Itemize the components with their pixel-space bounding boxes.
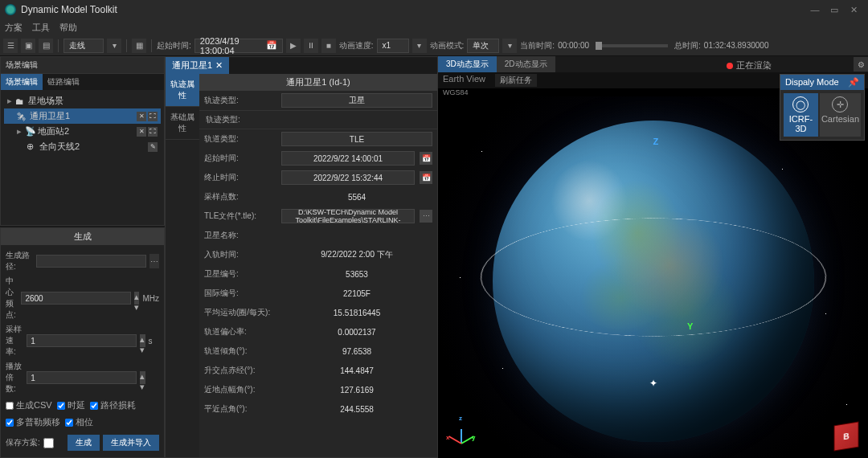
side-tab-orbit[interactable]: 轨迹属性 — [166, 74, 199, 107]
tab-2d-view[interactable]: 2D动态显示 — [497, 56, 555, 72]
anim-mode-menu-button[interactable]: ▾ — [502, 39, 517, 53]
anim-mode-select[interactable]: 单次 — [467, 39, 499, 53]
check-doppler[interactable]: 路径损耗 — [90, 399, 136, 411]
toolbar: ☰ ▣ ▤ 走线 ▾ ▦ 起始时间: 2023/4/19 13:00:04📅 ▶… — [0, 35, 868, 56]
settings-icon[interactable]: ⚙ — [854, 57, 868, 72]
edit-icon[interactable]: ✎ — [148, 142, 158, 152]
menu-help[interactable]: 帮助 — [59, 22, 77, 34]
axis-gizmo[interactable]: z y x — [444, 419, 477, 452]
menu-tools[interactable]: 工具 — [32, 22, 50, 34]
maximize-button[interactable]: ▭ — [825, 5, 844, 15]
start-time-input[interactable]: 2022/9/22 14:00:01 — [281, 151, 415, 166]
menu-scheme[interactable]: 方案 — [5, 22, 23, 34]
axis-z-label: Z — [653, 137, 659, 146]
center-input[interactable] — [21, 292, 131, 305]
generate-import-button[interactable]: 生成并导入 — [103, 435, 159, 451]
mult-input[interactable] — [27, 371, 137, 384]
check-csv[interactable]: 生成CSV — [6, 399, 52, 411]
mode-select[interactable]: 走线 — [63, 39, 104, 53]
nav-cube[interactable]: B — [834, 422, 859, 452]
close-icon[interactable]: ✕ — [215, 60, 223, 71]
new-button[interactable]: ☰ — [3, 39, 18, 53]
check-phase[interactable]: 相位 — [65, 416, 93, 428]
play-button[interactable]: ▶ — [286, 39, 301, 53]
save-button[interactable]: ▤ — [39, 39, 53, 53]
tree-satellite[interactable]: 🛰通用卫星1✕⛶ — [4, 108, 161, 124]
side-tab-basic[interactable]: 基础属性 — [166, 107, 199, 140]
open-button[interactable]: ▣ — [21, 39, 35, 53]
anomaly-value: 244.5558 — [281, 402, 432, 416]
path-input[interactable] — [36, 255, 146, 268]
folder-icon: 🖿 — [15, 96, 25, 106]
calendar-icon[interactable]: 📅 — [420, 171, 432, 184]
total-time-value: 01:32:43.8930000 — [704, 41, 769, 50]
pin-icon[interactable]: 📌 — [848, 77, 859, 88]
browse-icon[interactable]: ⋯ — [420, 210, 432, 223]
speed-menu-button[interactable]: ▾ — [412, 39, 427, 53]
tab-3d-view[interactable]: 3D动态显示 — [438, 56, 497, 72]
titlebar: Dynamic Model Toolkit — ▭ ✕ — [0, 0, 868, 19]
recording-icon — [727, 63, 733, 69]
save-scheme-check[interactable] — [43, 438, 54, 448]
orbit-group-label: 轨迹类型: — [199, 110, 437, 129]
satname-value — [281, 228, 432, 243]
props-tab[interactable]: 通用卫星1✕ — [166, 57, 229, 74]
orbit-type-select[interactable]: TLE — [281, 132, 432, 146]
ecc-value: 0.0002137 — [281, 325, 432, 339]
timeline-slider[interactable] — [596, 44, 668, 47]
delete-icon[interactable]: ✕ — [137, 112, 146, 121]
incl-value: 97.6538 — [281, 344, 432, 358]
minimize-button[interactable]: — — [805, 5, 825, 14]
tree-antenna[interactable]: ⊕全向天线2✎ — [4, 139, 161, 154]
raan-value: 144.4847 — [281, 363, 432, 378]
display-mode-title: Dispaly Mode — [785, 77, 839, 88]
mode-cartesian-button[interactable]: ✛Cartesian — [820, 93, 861, 137]
anim-mode-label: 动画模式: — [430, 40, 465, 51]
check-time[interactable]: 时延 — [57, 399, 85, 411]
mode-icrf-button[interactable]: ◯ICRF-3D — [784, 93, 818, 137]
browse-button[interactable]: ⋯ — [149, 254, 159, 268]
total-time-label: 总时间: — [674, 40, 701, 51]
satellite-icon: 🛰 — [17, 112, 27, 121]
satellite-marker: ✦ — [649, 378, 657, 386]
viewport-3d[interactable]: ✦ Z Y X z y x B — [438, 96, 868, 458]
edit-icon[interactable]: ⛶ — [148, 112, 158, 121]
generate-button[interactable]: 生成 — [68, 435, 100, 451]
tab-link-edit[interactable]: 链路编辑 — [43, 74, 84, 90]
intl-value: 22105F — [281, 286, 432, 301]
render-status: 正在渲染 — [727, 59, 772, 72]
scene-tree: ▸🖿星地场景 🛰通用卫星1✕⛶ ▸📡地面站2✕⛶ ⊕全向天线2✎ — [1, 90, 164, 225]
start-time-field[interactable]: 2023/4/19 13:00:04📅 — [194, 39, 283, 53]
tle-path-input[interactable]: D:\KSW-TECH\Dynamic Model Toolkit\FileEx… — [281, 209, 415, 223]
pause-button[interactable]: ⏸ — [304, 39, 318, 53]
tool-button[interactable]: ▦ — [132, 39, 146, 53]
rate-input[interactable] — [27, 334, 137, 347]
rate-spinner[interactable]: ▴▾ — [140, 334, 145, 347]
station-icon: 📡 — [25, 126, 35, 137]
earth-view-label: Earth View — [443, 74, 485, 87]
track-type-select[interactable]: 卫星 — [281, 93, 432, 108]
end-time-input[interactable]: 2022/9/22 15:32:44 — [281, 170, 415, 185]
check-multi[interactable]: 多普勒频移 — [6, 416, 60, 428]
speed-select[interactable]: x1 — [377, 39, 409, 53]
perigee-value: 127.6169 — [281, 382, 432, 397]
mult-spinner[interactable]: ▴▾ — [140, 371, 145, 384]
stop-button[interactable]: ■ — [321, 39, 336, 53]
path-label: 生成路径: — [6, 250, 33, 272]
menubar: 方案 工具 帮助 — [0, 19, 868, 35]
axis-y-label: Y — [687, 321, 693, 331]
close-button[interactable]: ✕ — [844, 5, 863, 15]
mode-menu-button[interactable]: ▾ — [107, 39, 121, 53]
delete-icon[interactable]: ✕ — [137, 127, 146, 137]
motion-value: 15.51816445 — [281, 305, 432, 320]
current-time-value: 00:00:00 — [558, 41, 589, 50]
center-spinner[interactable]: ▴▾ — [134, 292, 139, 305]
tree-station[interactable]: ▸📡地面站2✕⛶ — [4, 124, 161, 139]
calendar-icon[interactable]: 📅 — [420, 152, 432, 165]
tree-root[interactable]: ▸🖿星地场景 — [4, 93, 161, 108]
start-time-label: 起始时间: — [157, 40, 191, 51]
tab-scene-edit[interactable]: 场景编辑 — [1, 74, 43, 90]
current-time-label: 当前时间: — [520, 40, 555, 51]
edit-icon[interactable]: ⛶ — [148, 127, 158, 137]
refresh-task-button[interactable]: 刷新任务 — [495, 74, 537, 87]
